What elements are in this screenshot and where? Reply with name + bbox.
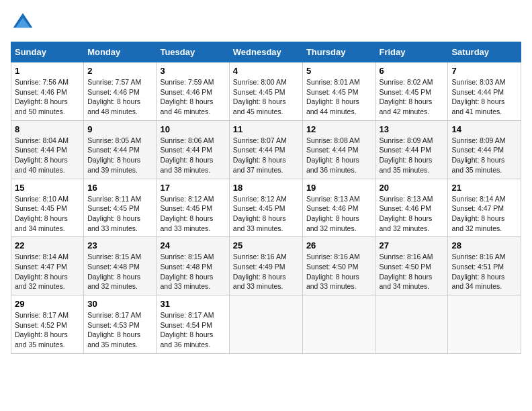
day-info: Sunrise: 8:16 AM Sunset: 4:50 PM Dayligh… [306,252,372,291]
day-number: 31 [160,299,225,309]
day-info: Sunrise: 7:59 AM Sunset: 4:46 PM Dayligh… [160,77,225,117]
logo [11,11,39,35]
day-cell: 10 Sunrise: 8:06 AM Sunset: 4:44 PM Dayl… [157,120,229,179]
day-cell: 7 Sunrise: 8:03 AM Sunset: 4:44 PM Dayli… [448,62,521,121]
week-row-4: 22 Sunrise: 8:14 AM Sunset: 4:47 PM Dayl… [11,237,521,295]
day-info: Sunrise: 8:03 AM Sunset: 4:44 PM Dayligh… [451,77,517,117]
day-cell: 27 Sunrise: 8:16 AM Sunset: 4:50 PM Dayl… [375,237,448,295]
day-info: Sunrise: 8:13 AM Sunset: 4:46 PM Dayligh… [379,194,444,234]
logo-icon [11,11,35,35]
day-number: 11 [233,124,299,134]
day-number: 7 [451,66,517,76]
day-cell: 21 Sunrise: 8:14 AM Sunset: 4:47 PM Dayl… [448,179,521,237]
day-number: 14 [451,124,517,134]
day-cell: 11 Sunrise: 8:07 AM Sunset: 4:44 PM Dayl… [229,120,302,179]
day-info: Sunrise: 7:56 AM Sunset: 4:46 PM Dayligh… [15,77,80,117]
day-cell [229,295,302,354]
week-row-2: 8 Sunrise: 8:04 AM Sunset: 4:44 PM Dayli… [11,120,521,179]
day-number: 16 [87,183,152,193]
day-cell: 16 Sunrise: 8:11 AM Sunset: 4:45 PM Dayl… [84,179,157,237]
day-info: Sunrise: 8:04 AM Sunset: 4:44 PM Dayligh… [15,136,80,175]
day-number: 4 [233,66,299,76]
day-cell: 24 Sunrise: 8:15 AM Sunset: 4:48 PM Dayl… [157,237,229,295]
day-number: 17 [160,183,225,193]
day-info: Sunrise: 8:15 AM Sunset: 4:48 PM Dayligh… [160,252,225,291]
day-number: 18 [233,183,299,193]
day-number: 28 [451,240,517,250]
day-cell: 5 Sunrise: 8:01 AM Sunset: 4:45 PM Dayli… [302,62,375,121]
day-number: 2 [87,66,152,76]
header-cell-saturday: Saturday [448,42,521,62]
day-info: Sunrise: 8:05 AM Sunset: 4:44 PM Dayligh… [87,136,152,175]
day-cell: 9 Sunrise: 8:05 AM Sunset: 4:44 PM Dayli… [84,120,157,179]
day-number: 26 [306,240,372,250]
day-cell: 29 Sunrise: 8:17 AM Sunset: 4:52 PM Dayl… [11,295,84,354]
day-cell: 23 Sunrise: 8:15 AM Sunset: 4:48 PM Dayl… [84,237,157,295]
day-info: Sunrise: 8:14 AM Sunset: 4:47 PM Dayligh… [451,194,517,234]
day-cell: 18 Sunrise: 8:12 AM Sunset: 4:45 PM Dayl… [229,179,302,237]
day-cell [375,295,448,354]
day-cell [302,295,375,354]
day-cell: 17 Sunrise: 8:12 AM Sunset: 4:45 PM Dayl… [157,179,229,237]
day-info: Sunrise: 8:12 AM Sunset: 4:45 PM Dayligh… [233,194,299,234]
day-info: Sunrise: 8:16 AM Sunset: 4:49 PM Dayligh… [233,252,299,291]
day-cell: 1 Sunrise: 7:56 AM Sunset: 4:46 PM Dayli… [11,62,84,121]
day-cell: 6 Sunrise: 8:02 AM Sunset: 4:45 PM Dayli… [375,62,448,121]
header-cell-monday: Monday [84,42,157,62]
day-info: Sunrise: 8:17 AM Sunset: 4:53 PM Dayligh… [87,310,152,350]
day-info: Sunrise: 8:12 AM Sunset: 4:45 PM Dayligh… [160,194,225,234]
day-info: Sunrise: 8:01 AM Sunset: 4:45 PM Dayligh… [306,77,372,117]
day-info: Sunrise: 8:14 AM Sunset: 4:47 PM Dayligh… [15,252,80,291]
day-cell: 4 Sunrise: 8:00 AM Sunset: 4:45 PM Dayli… [229,62,302,121]
day-number: 13 [379,124,444,134]
day-cell [448,295,521,354]
week-row-5: 29 Sunrise: 8:17 AM Sunset: 4:52 PM Dayl… [11,295,521,354]
header-cell-thursday: Thursday [302,42,375,62]
day-number: 20 [379,183,444,193]
day-cell: 12 Sunrise: 8:08 AM Sunset: 4:44 PM Dayl… [302,120,375,179]
day-number: 25 [233,240,299,250]
day-number: 22 [15,240,80,250]
day-number: 27 [379,240,444,250]
day-cell: 28 Sunrise: 8:16 AM Sunset: 4:51 PM Dayl… [448,237,521,295]
day-number: 21 [451,183,517,193]
week-row-1: 1 Sunrise: 7:56 AM Sunset: 4:46 PM Dayli… [11,62,521,121]
day-info: Sunrise: 8:08 AM Sunset: 4:44 PM Dayligh… [306,136,372,175]
day-number: 19 [306,183,372,193]
day-info: Sunrise: 7:57 AM Sunset: 4:46 PM Dayligh… [87,77,152,117]
header-cell-friday: Friday [375,42,448,62]
day-cell: 31 Sunrise: 8:17 AM Sunset: 4:54 PM Dayl… [157,295,229,354]
day-number: 9 [87,124,152,134]
day-info: Sunrise: 8:09 AM Sunset: 4:44 PM Dayligh… [451,136,517,175]
day-info: Sunrise: 8:16 AM Sunset: 4:51 PM Dayligh… [451,252,517,291]
day-number: 23 [87,240,152,250]
calendar-body: 1 Sunrise: 7:56 AM Sunset: 4:46 PM Dayli… [11,62,521,354]
day-cell: 30 Sunrise: 8:17 AM Sunset: 4:53 PM Dayl… [84,295,157,354]
header-cell-tuesday: Tuesday [157,42,229,62]
day-number: 12 [306,124,372,134]
day-number: 8 [15,124,80,134]
day-cell: 19 Sunrise: 8:13 AM Sunset: 4:46 PM Dayl… [302,179,375,237]
calendar-header: SundayMondayTuesdayWednesdayThursdayFrid… [11,42,521,62]
header-cell-wednesday: Wednesday [229,42,302,62]
day-info: Sunrise: 8:10 AM Sunset: 4:45 PM Dayligh… [15,194,80,234]
day-info: Sunrise: 8:15 AM Sunset: 4:48 PM Dayligh… [87,252,152,291]
day-cell: 2 Sunrise: 7:57 AM Sunset: 4:46 PM Dayli… [84,62,157,121]
day-number: 29 [15,299,80,309]
header-row: SundayMondayTuesdayWednesdayThursdayFrid… [11,42,521,62]
day-cell: 15 Sunrise: 8:10 AM Sunset: 4:45 PM Dayl… [11,179,84,237]
week-row-3: 15 Sunrise: 8:10 AM Sunset: 4:45 PM Dayl… [11,179,521,237]
day-info: Sunrise: 8:02 AM Sunset: 4:45 PM Dayligh… [379,77,444,117]
day-cell: 20 Sunrise: 8:13 AM Sunset: 4:46 PM Dayl… [375,179,448,237]
day-number: 15 [15,183,80,193]
day-number: 10 [160,124,225,134]
day-info: Sunrise: 8:00 AM Sunset: 4:45 PM Dayligh… [233,77,299,117]
day-info: Sunrise: 8:06 AM Sunset: 4:44 PM Dayligh… [160,136,225,175]
day-cell: 26 Sunrise: 8:16 AM Sunset: 4:50 PM Dayl… [302,237,375,295]
day-cell: 3 Sunrise: 7:59 AM Sunset: 4:46 PM Dayli… [157,62,229,121]
day-info: Sunrise: 8:17 AM Sunset: 4:54 PM Dayligh… [160,310,225,350]
day-number: 1 [15,66,80,76]
header [11,11,521,35]
day-info: Sunrise: 8:11 AM Sunset: 4:45 PM Dayligh… [87,194,152,234]
day-number: 5 [306,66,372,76]
